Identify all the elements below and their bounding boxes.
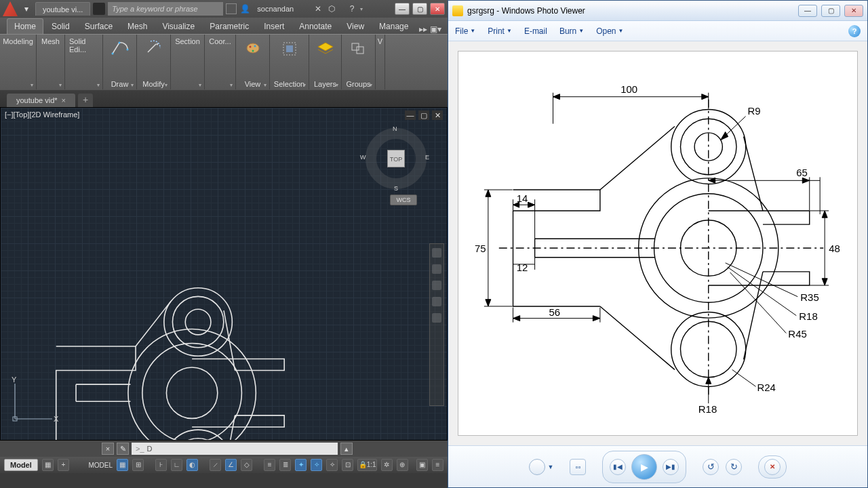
ribbon-tab-annotate[interactable]: Annotate	[292, 19, 338, 34]
actual-size-button[interactable]: ▫▫	[570, 459, 586, 475]
document-tab[interactable]: youtube vid*×	[7, 94, 75, 107]
qat-dropdown-icon[interactable]: ▾	[20, 3, 33, 15]
pv-maximize-button[interactable]: ▢	[821, 5, 840, 17]
wcs-badge[interactable]: WCS	[390, 195, 417, 205]
ribbon-minimize-icon[interactable]: ▣▾	[430, 24, 441, 34]
rotate-cw-button[interactable]: ↻	[726, 459, 742, 475]
ribbon-panel-modify[interactable]: Modify▾	[137, 35, 171, 89]
sc-icon[interactable]: ✧	[326, 459, 338, 471]
snapmode-icon[interactable]: ⊞	[132, 459, 144, 471]
ribbon-panel-section[interactable]: Section▾	[171, 35, 205, 89]
nav-orbit-icon[interactable]	[432, 297, 441, 306]
ribbon-tab-view[interactable]: View	[340, 19, 371, 34]
pv-help-icon[interactable]: ?	[848, 25, 861, 37]
ribbon-tab-home[interactable]: Home	[7, 18, 43, 34]
isodraft-icon[interactable]: ⟋	[210, 459, 221, 471]
ws-icon[interactable]: ✲	[381, 459, 393, 471]
save-icon[interactable]	[93, 3, 105, 15]
ribbon-panel-coordinates[interactable]: Coor...▾	[205, 35, 236, 89]
tpy-icon[interactable]: ✦	[295, 459, 307, 471]
pv-canvas[interactable]: 100 R9 65 14	[448, 41, 867, 445]
minimize-button[interactable]: —	[395, 3, 410, 15]
cmd-options-icon[interactable]: ✎	[117, 443, 129, 455]
signin-user-icon[interactable]: 👤	[239, 3, 250, 14]
help-icon[interactable]: ?	[347, 3, 357, 14]
a360-icon[interactable]: ⬡	[326, 3, 337, 14]
viewcube-face[interactable]: TOP	[387, 150, 405, 167]
pv-minimize-button[interactable]: —	[798, 5, 817, 17]
customize-icon[interactable]: ≡	[432, 459, 443, 471]
grid-toggle-icon[interactable]: ▦	[117, 459, 128, 471]
model-space-button[interactable]: Model	[4, 459, 38, 471]
ortho-icon[interactable]: ∟	[171, 459, 182, 471]
ribbon-tab-visualize[interactable]: Visualize	[155, 19, 201, 34]
nav-showmotion-icon[interactable]	[432, 313, 441, 323]
ribbon-panel-mesh[interactable]: Mesh▾	[37, 35, 65, 89]
ribbon-tab-insert[interactable]: Insert	[257, 19, 291, 34]
units-icon[interactable]: ⊡	[342, 459, 353, 471]
delete-button[interactable]: ✕	[764, 459, 781, 475]
command-input[interactable]: >_ D	[132, 443, 338, 455]
ribbon-panel-groups[interactable]: Groups▾	[342, 35, 376, 89]
close-button[interactable]: ✕	[430, 3, 445, 15]
annoscale-icon[interactable]: 🔒1:1	[357, 459, 377, 471]
ribbon-scroll-icon[interactable]: ▸▸	[419, 24, 427, 34]
previous-button[interactable]: ▮◀	[610, 459, 626, 475]
layout-quickview-icon[interactable]: ▦	[42, 459, 54, 471]
ribbon-tab-mesh[interactable]: Mesh	[121, 19, 154, 34]
cmd-close-icon[interactable]: ×	[102, 443, 114, 455]
osnap-icon[interactable]: ∠	[225, 459, 237, 471]
vp-close-icon[interactable]: ✕	[432, 110, 443, 120]
lwt-icon[interactable]: ≣	[279, 459, 291, 471]
menu-open[interactable]: Open▼	[596, 26, 623, 36]
ribbon-panel-modeling[interactable]: Modeling▾	[0, 35, 37, 89]
infred-icon[interactable]: ⊦	[155, 459, 167, 471]
menu-burn[interactable]: Burn▼	[559, 26, 584, 36]
viewport-label[interactable]: [−][Top][2D Wireframe]	[5, 110, 79, 119]
ribbon-tab-solid[interactable]: Solid	[45, 19, 77, 34]
next-button[interactable]: ▶▮	[663, 459, 679, 475]
restore-button[interactable]: ▢	[412, 3, 427, 15]
qp-icon[interactable]: ✧	[311, 459, 322, 471]
ribbon-panel-solidediting[interactable]: Solid Edi...▾	[65, 35, 103, 89]
vp-minimize-icon[interactable]: —	[405, 110, 416, 120]
viewcube[interactable]: TOP N S E W	[366, 128, 427, 189]
polar-icon[interactable]: ◐	[186, 459, 198, 471]
annomon-icon[interactable]: ⊕	[397, 459, 408, 471]
menu-print[interactable]: Print▼	[488, 26, 512, 36]
zoom-control[interactable]: ▼	[529, 459, 554, 475]
menu-email[interactable]: E-mail	[524, 26, 547, 36]
search-input[interactable]: Type a keyword or phrase	[108, 2, 223, 16]
pv-close-button[interactable]: ✕	[844, 5, 863, 17]
3dosnap-icon[interactable]: ◇	[241, 459, 252, 471]
vp-maximize-icon[interactable]: ▢	[418, 110, 429, 120]
cmd-recent-icon[interactable]: ▴	[340, 443, 353, 455]
nav-zoom-icon[interactable]	[432, 281, 441, 290]
viewport[interactable]: [−][Top][2D Wireframe] — ▢ ✕	[0, 107, 448, 441]
ribbon-panel-layers[interactable]: Layers▾	[309, 35, 342, 89]
navigation-bar[interactable]	[429, 243, 444, 406]
ribbon-tab-manage[interactable]: Manage	[372, 19, 415, 34]
ribbon-tab-surface[interactable]: Surface	[78, 19, 119, 34]
ribbon-overflow[interactable]: V	[376, 35, 385, 89]
ribbon-panel-draw[interactable]: Draw▾	[103, 35, 137, 89]
username-label[interactable]: socnandan	[253, 5, 298, 13]
rotate-ccw-button[interactable]: ↺	[703, 459, 719, 475]
magnifier-icon[interactable]	[529, 459, 545, 475]
cleanscreen-icon[interactable]: ▣	[416, 459, 428, 471]
new-tab-button[interactable]: +	[78, 94, 93, 107]
menu-file[interactable]: File▼	[455, 26, 475, 36]
nav-pan-icon[interactable]	[432, 264, 441, 274]
ribbon-panel-view[interactable]: View▾	[236, 35, 270, 89]
exchange-icon[interactable]: ✕	[313, 3, 323, 14]
autocad-logo-icon[interactable]	[3, 1, 18, 16]
play-slideshow-button[interactable]: ▶	[631, 454, 657, 480]
ribbon-tab-parametric[interactable]: Parametric	[203, 19, 256, 34]
close-tab-icon[interactable]: ×	[62, 96, 66, 104]
nav-fullnav-icon[interactable]	[432, 248, 441, 258]
quickaccess-doc-tab[interactable]: youtube vi...	[35, 2, 90, 16]
ribbon-panel-selection[interactable]: Selection▾	[270, 35, 309, 89]
apps-grid-icon[interactable]	[226, 3, 237, 14]
otrack-icon[interactable]: ≡	[264, 459, 275, 471]
layout-plus-icon[interactable]: +	[58, 459, 69, 471]
